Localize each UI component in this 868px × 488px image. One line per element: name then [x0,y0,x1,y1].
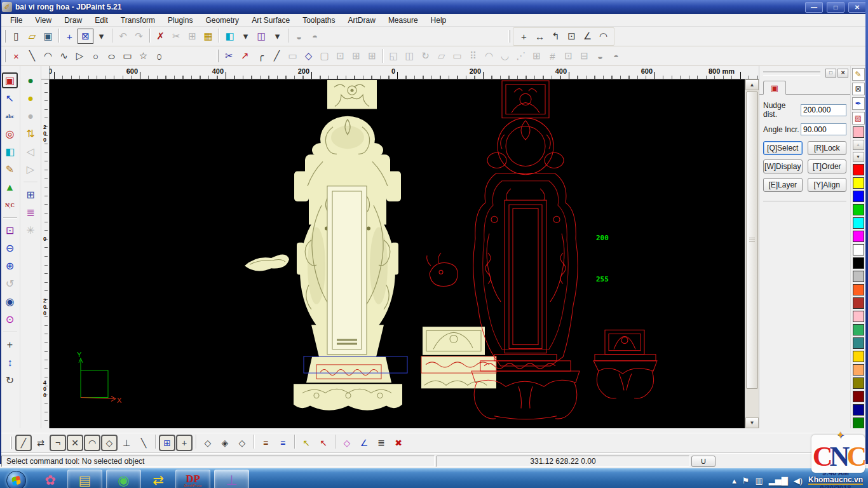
rotate-object-button[interactable]: ↻ [417,48,433,64]
color-swatch-11[interactable] [853,311,864,322]
menu-file[interactable]: File [4,15,29,26]
palette-scroll-down[interactable]: ▼ [853,152,864,162]
contour-tool-button[interactable]: ◎ [2,126,18,142]
stack-up-button[interactable]: ≡ [275,435,291,451]
color-swatch-8[interactable] [853,271,864,282]
unit-button[interactable]: U [691,456,715,467]
toolbar-grip[interactable] [4,50,6,62]
pick-add-button[interactable]: ↖ [298,435,315,451]
taskbar-app-jdpaint-mill[interactable]: ⊥ [214,470,249,488]
new-file-button[interactable]: ▯ [8,29,24,44]
network-icon[interactable]: ▂▅▇ [769,476,788,485]
redo-button[interactable]: ↷ [131,29,147,44]
menu-art-surface[interactable]: Art Surface [245,15,296,26]
text-tool-button[interactable]: abc [2,108,18,124]
move-offset-button[interactable]: ⊞ [364,48,380,64]
delete-object-button[interactable]: ✗ [153,29,168,44]
draw-point-button[interactable]: × [8,48,24,64]
menu-geometry[interactable]: Geometry [199,15,245,26]
layer-manager-button[interactable]: ⊞ [23,187,39,203]
angle-incr-input[interactable] [801,123,846,135]
relief-tablet-design[interactable] [245,80,402,410]
relief-tool-button[interactable]: ▲ [2,179,18,195]
color-swatch-4[interactable] [853,217,864,229]
color-swatch-7[interactable] [853,257,864,269]
panel-restore-button[interactable]: □ [825,69,836,78]
next-state-button[interactable]: ▷ [23,161,39,177]
color-swatch-1[interactable] [853,177,864,189]
measure-distance-button[interactable]: ↔ [532,29,548,44]
fillet-corner-button[interactable]: ╭ [253,48,269,64]
menu-view[interactable]: View [29,15,58,26]
swap-shown-hidden-button[interactable]: ⇅ [23,126,39,142]
nudge-tool-button[interactable]: + [62,29,78,44]
toolbar-grip[interactable] [217,50,219,62]
vertical-scrollbar[interactable]: ▲ ▼ [745,79,759,428]
relief-altar[interactable] [421,327,496,388]
chamfer-corner-button[interactable]: ╱ [269,48,285,64]
relief-crown[interactable] [327,80,377,109]
relief-flower-sprig[interactable] [245,254,289,271]
draw-oval-button[interactable]: ○ [151,45,167,67]
copy-offset-button[interactable]: ⊞ [348,48,364,64]
zoom-in-button[interactable]: ⊕ [2,258,18,274]
snap-endpoint-button[interactable]: ╱ [15,435,32,451]
axis-align-button[interactable]: # [545,48,560,64]
menu-toolpaths[interactable]: Toolpaths [296,15,341,26]
taskbar-app-paint[interactable]: ✿ [37,470,64,488]
curve-array-button[interactable]: ⋰ [513,48,529,64]
toolbar-grip[interactable] [508,30,510,43]
snap-grid-button[interactable]: ⊞ [159,435,175,451]
pick-remove-button[interactable]: ↖ [315,435,332,451]
rotate-view-button[interactable]: ↻ [2,372,18,388]
tab-select-tool[interactable]: ▣ [763,81,786,95]
taskbar-app-deskproto[interactable]: DPDeskProto [175,470,210,488]
color-swatch-6[interactable] [853,244,864,255]
color-swatch-0[interactable] [853,164,864,175]
render-view-button[interactable]: ◧ [222,29,238,44]
draw-star-button[interactable]: ☆ [135,48,151,64]
minimize-button[interactable]: — [805,2,823,13]
show-selected-objects-button[interactable]: ● [23,90,39,106]
snap-axis-button[interactable]: + [176,435,193,451]
stretch-object-button[interactable]: ▭ [449,48,465,64]
color-swatch-10[interactable] [853,297,864,309]
zoom-window-button[interactable]: ⊡ [2,222,18,238]
snap-intersection-button[interactable]: ✕ [67,435,83,451]
color-swatch-17[interactable] [853,391,864,402]
pick-box-tool-button[interactable]: ⊠ [78,29,93,44]
color-swatch-9[interactable] [853,284,864,295]
restore-button[interactable]: □ [827,2,844,13]
draw-curve-button[interactable]: ∿ [56,48,72,64]
paste-button[interactable]: ▦ [200,29,216,44]
color-swatch-14[interactable] [853,351,864,362]
menu-plugins[interactable]: Plugins [161,15,199,26]
pen-color-button[interactable]: ✎ [852,68,865,81]
nest-offset-button[interactable]: ⊡ [332,48,348,64]
skew-object-button[interactable]: ▱ [433,48,449,64]
fill-tool-button[interactable]: ◧ [2,144,18,159]
color-swatch-13[interactable] [853,337,864,349]
snap-perpendicular-button[interactable]: ⊥ [118,435,135,451]
render-options-button[interactable]: ✳ [23,222,39,238]
start-button[interactable] [6,471,26,488]
tray-expand-icon[interactable]: ▴ [732,476,736,485]
snap-constrain-button[interactable]: ⇄ [32,435,49,451]
draw-ellipse-button[interactable]: ○ [100,48,124,64]
node-edit-tool-button[interactable]: ↖ [2,90,18,106]
surface-lower-button[interactable]: ◒ [291,29,307,44]
zoom-object-button[interactable]: ⊙ [2,311,18,327]
render-view-dropdown-button[interactable]: ▾ [238,29,254,44]
work-plane-yz-button[interactable]: ◈ [217,435,233,451]
blend-lower-button[interactable]: ◒ [592,48,608,64]
color-swatch-19[interactable] [853,417,864,428]
offset-curve-button[interactable]: ▭ [285,48,301,64]
measure-angle-button[interactable]: ∠ [580,29,595,44]
panel-grip[interactable] [763,71,820,76]
measure-arc-button[interactable]: ◠ [595,29,611,44]
color-swatch-15[interactable] [853,364,864,376]
scrollbar-thumb[interactable] [746,92,758,389]
snap-list-button[interactable]: ≣ [373,435,390,451]
draw-polyline-button[interactable]: ▷ [72,48,88,64]
pick-dropdown-button[interactable]: ▾ [93,29,109,44]
